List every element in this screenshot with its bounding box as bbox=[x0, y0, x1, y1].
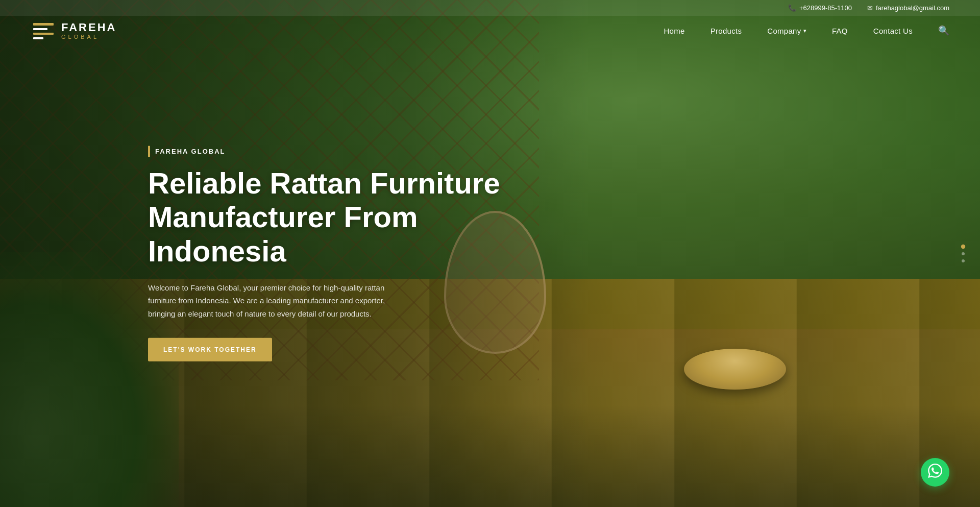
logo-icon bbox=[31, 18, 56, 43]
scroll-dot-1[interactable] bbox=[961, 244, 965, 248]
svg-rect-2 bbox=[33, 33, 54, 35]
products-link[interactable]: Products bbox=[710, 27, 742, 35]
hero-title: Reliable Rattan Furniture Manufacturer F… bbox=[148, 166, 505, 268]
nav-faq[interactable]: FAQ bbox=[832, 27, 848, 35]
nav-home[interactable]: Home bbox=[664, 27, 684, 35]
whatsapp-button[interactable] bbox=[921, 458, 949, 487]
email-address: farehaglobal@gmail.com bbox=[876, 4, 949, 12]
ottoman-decoration bbox=[684, 349, 786, 390]
nav-contact[interactable]: Contact Us bbox=[873, 27, 913, 35]
phone-icon: 📞 bbox=[788, 4, 796, 12]
search-icon[interactable]: 🔍 bbox=[938, 26, 949, 36]
logo-global: GLOBAL bbox=[61, 34, 116, 40]
brand-label: FAREHA GLOBAL bbox=[155, 148, 225, 155]
top-bar: 📞 +628999-85-1100 ✉ farehaglobal@gmail.c… bbox=[0, 0, 980, 16]
nav-products[interactable]: Products bbox=[710, 27, 742, 35]
email-link[interactable]: ✉ farehaglobal@gmail.com bbox=[867, 4, 949, 12]
logo-fareha: FAREHA bbox=[61, 21, 116, 34]
hero-description: Welcome to Fareha Global, your premier c… bbox=[148, 281, 393, 320]
scroll-dot-3[interactable] bbox=[962, 259, 965, 262]
phone-number: +628999-85-1100 bbox=[799, 4, 852, 12]
svg-rect-1 bbox=[33, 28, 47, 30]
logo-text: FAREHA GLOBAL bbox=[61, 21, 116, 40]
company-dropdown-icon: ▾ bbox=[803, 28, 806, 34]
nav-company[interactable]: Company ▾ bbox=[767, 27, 806, 35]
hero-content: FAREHA GLOBAL Reliable Rattan Furniture … bbox=[148, 146, 505, 361]
scroll-dots bbox=[962, 245, 965, 262]
logo[interactable]: FAREHA GLOBAL bbox=[31, 18, 116, 43]
scroll-dot-2[interactable] bbox=[962, 252, 965, 255]
svg-rect-3 bbox=[33, 37, 43, 39]
brand-bar-accent bbox=[148, 146, 150, 157]
company-link[interactable]: Company ▾ bbox=[767, 27, 806, 35]
hero-title-line1: Reliable Rattan Furniture bbox=[148, 166, 500, 199]
faq-link[interactable]: FAQ bbox=[832, 27, 848, 35]
hero-title-line2: Manufacturer From Indonesia bbox=[148, 200, 418, 268]
svg-rect-0 bbox=[33, 23, 54, 26]
email-icon: ✉ bbox=[867, 4, 873, 12]
nav-search[interactable]: 🔍 bbox=[938, 25, 949, 36]
whatsapp-icon bbox=[928, 464, 942, 481]
brand-tag: FAREHA GLOBAL bbox=[148, 146, 505, 157]
nav-links: Home Products Company ▾ FAQ Contact Us 🔍 bbox=[664, 25, 949, 36]
cta-button[interactable]: LET'S WORK TOGETHER bbox=[148, 338, 272, 361]
navbar: FAREHA GLOBAL Home Products Company ▾ FA… bbox=[0, 18, 980, 43]
home-link[interactable]: Home bbox=[664, 27, 684, 35]
phone-link[interactable]: 📞 +628999-85-1100 bbox=[788, 4, 852, 12]
contact-link[interactable]: Contact Us bbox=[873, 27, 913, 35]
